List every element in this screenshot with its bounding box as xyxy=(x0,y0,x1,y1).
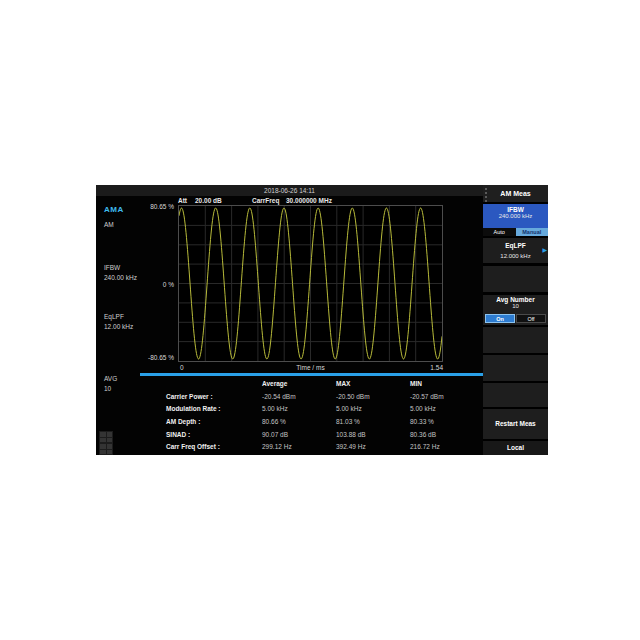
cell-value: 299.12 Hz xyxy=(262,443,292,450)
submode-label: AM xyxy=(104,221,114,228)
y-axis-mid-label: 0 % xyxy=(130,281,174,288)
table-row-sinad: SINAD : 90.07 dB 103.88 dB 80.36 dB xyxy=(96,429,483,442)
table-row-carrier-power: Carrier Power : -20.54 dBm -20.50 dBm -2… xyxy=(96,391,483,404)
table-row-am-depth: AM Depth : 80.66 % 81.03 % 80.33 % xyxy=(96,416,483,429)
cell-value: 5.00 kHz xyxy=(336,405,362,412)
avg-off-option[interactable]: Off xyxy=(516,314,546,323)
datetime: 2018-06-26 14:11 xyxy=(264,187,315,194)
att-label: Att xyxy=(178,197,187,204)
cell-value: 80.33 % xyxy=(410,418,434,425)
carrfreq-value: 30.000000 MHz xyxy=(286,197,332,204)
ifbw-auto-manual-toggle: Auto Manual xyxy=(483,228,548,236)
col-header-min: MIN xyxy=(410,380,422,387)
softkey-blank xyxy=(483,266,548,292)
measurement-table: Average MAX MIN Carrier Power : -20.54 d… xyxy=(96,378,483,455)
softkey-ifbw[interactable]: IFBW 240.000 kHz Auto Manual xyxy=(483,204,548,236)
local-label: Local xyxy=(507,444,524,451)
status-bar: 2018-06-26 14:11 xyxy=(96,185,483,196)
softkey-blank xyxy=(483,355,548,381)
y-axis-min-label: -80.65 % xyxy=(130,354,174,361)
softkey-avg-number[interactable]: Avg Number 10 On Off xyxy=(483,295,548,325)
softkey-panel: AM Meas IFBW 240.000 kHz Auto Manual EqL… xyxy=(483,185,548,455)
row-label: Carr Freq Offset : xyxy=(166,443,220,450)
submenu-arrow-icon: ▶ xyxy=(542,246,547,253)
cell-value: 392.49 Hz xyxy=(336,443,366,450)
ifbw-value: 240.000 kHz xyxy=(483,213,548,219)
divider-line xyxy=(140,373,483,376)
sidebar-ifbw-value: 240.00 kHz xyxy=(104,274,137,281)
page: 2018-06-26 14:11 Att 20.00 dB CarrFreq 3… xyxy=(0,0,640,640)
sine-trace xyxy=(179,206,442,361)
cell-value: 90.07 dB xyxy=(262,431,288,438)
row-label: Modulation Rate : xyxy=(166,405,221,412)
restart-meas-button[interactable]: Restart Meas xyxy=(483,409,548,439)
avg-on-off-toggle: On Off xyxy=(485,314,546,323)
softkey-blank xyxy=(483,383,548,407)
avg-number-value: 10 xyxy=(483,303,548,309)
avg-number-label: Avg Number xyxy=(483,295,548,303)
sidebar-eqlpf-value: 12.00 kHz xyxy=(104,323,133,330)
cell-value: 81.03 % xyxy=(336,418,360,425)
x-axis-end-label: 1.54 xyxy=(430,364,443,371)
row-label: SINAD : xyxy=(166,431,190,438)
x-axis-title: Time / ms xyxy=(178,364,443,371)
carrfreq-label: CarrFreq xyxy=(252,197,279,204)
avg-on-option[interactable]: On xyxy=(485,314,515,323)
ifbw-label: IFBW xyxy=(483,204,548,213)
ifbw-manual-option[interactable]: Manual xyxy=(516,228,549,236)
cell-value: -20.50 dBm xyxy=(336,393,370,400)
cell-value: 216.72 Hz xyxy=(410,443,440,450)
sidebar-ifbw-label: IFBW xyxy=(104,264,120,271)
window-grid-icon xyxy=(99,431,113,443)
cell-value: 5.00 kHz xyxy=(262,405,288,412)
local-button[interactable]: Local xyxy=(483,441,548,455)
col-header-average: Average xyxy=(262,380,287,387)
softkey-blank xyxy=(483,327,548,353)
table-row-carr-freq-offset: Carr Freq Offset : 299.12 Hz 392.49 Hz 2… xyxy=(96,441,483,454)
table-row-modulation-rate: Modulation Rate : 5.00 kHz 5.00 kHz 5.00… xyxy=(96,403,483,416)
panel-title: AM Meas xyxy=(483,185,548,202)
cell-value: -20.54 dBm xyxy=(262,393,296,400)
softkey-eqlpf[interactable]: EqLPF 12.000 kHz ▶ xyxy=(483,238,548,263)
att-value: 20.00 dB xyxy=(195,197,222,204)
eqlpf-value: 12.000 kHz xyxy=(483,249,548,259)
ifbw-auto-option[interactable]: Auto xyxy=(483,228,516,236)
grip-dots-icon xyxy=(485,188,488,202)
col-header-max: MAX xyxy=(336,380,350,387)
row-label: AM Depth : xyxy=(166,418,200,425)
cell-value: 80.36 dB xyxy=(410,431,436,438)
cell-value: 80.66 % xyxy=(262,418,286,425)
eqlpf-label: EqLPF xyxy=(483,238,548,249)
analyzer-screen: 2018-06-26 14:11 Att 20.00 dB CarrFreq 3… xyxy=(96,185,548,455)
window-grid-icon xyxy=(99,443,113,455)
panel-title-text: AM Meas xyxy=(500,190,530,197)
cell-value: -20.57 dBm xyxy=(410,393,444,400)
waveform-plot xyxy=(178,205,443,362)
ifbw-selected-area[interactable]: IFBW 240.000 kHz xyxy=(483,204,548,228)
mode-label: AMA xyxy=(104,205,124,214)
y-axis-max-label: 80.65 % xyxy=(130,203,174,210)
row-label: Carrier Power : xyxy=(166,393,213,400)
restart-meas-label: Restart Meas xyxy=(483,409,548,439)
sidebar-eqlpf-label: EqLPF xyxy=(104,313,124,320)
cell-value: 103.88 dB xyxy=(336,431,366,438)
table-header-row: Average MAX MIN xyxy=(96,378,483,391)
cell-value: 5.00 kHz xyxy=(410,405,436,412)
